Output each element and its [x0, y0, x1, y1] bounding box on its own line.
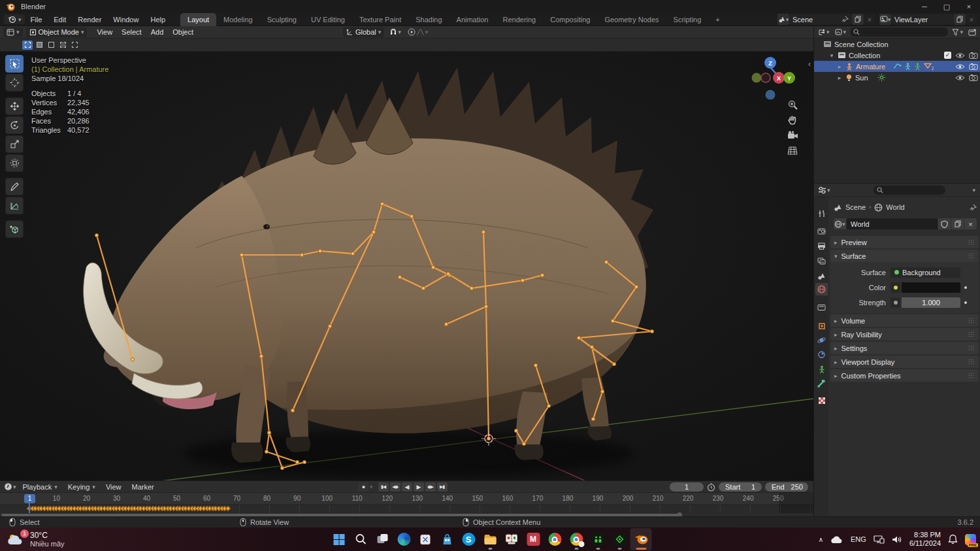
- eye-icon[interactable]: [955, 75, 965, 81]
- app-chrome-profile[interactable]: [566, 528, 587, 550]
- tool-transform[interactable]: [5, 154, 24, 172]
- panel-custom-properties[interactable]: ▸ Custom Properties: [830, 369, 979, 382]
- tool-select-box[interactable]: [5, 55, 24, 73]
- animate-dot-icon[interactable]: [964, 286, 967, 289]
- fake-user-button[interactable]: [938, 218, 951, 229]
- eye-icon[interactable]: [955, 63, 965, 70]
- tab-render[interactable]: [815, 225, 828, 237]
- panel-viewport-display[interactable]: ▸ Viewport Display: [830, 356, 979, 368]
- drag-handle-icon[interactable]: [968, 359, 975, 365]
- tab-uv-editing[interactable]: UV Editing: [304, 13, 352, 26]
- outliner-row-scene-collection[interactable]: Scene Collection: [814, 39, 980, 50]
- outliner-search-input[interactable]: [850, 27, 948, 37]
- tool-add-cube[interactable]: [5, 220, 24, 238]
- viewlayer-browse-button[interactable]: ▾: [879, 14, 891, 25]
- select-mode-intersect[interactable]: [69, 41, 80, 50]
- camera-view-tool[interactable]: [785, 131, 800, 139]
- onedrive-icon[interactable]: [830, 535, 843, 544]
- properties-search-input[interactable]: [874, 186, 945, 195]
- menu-object[interactable]: Object: [168, 28, 198, 36]
- menu-playback[interactable]: Playback▾: [18, 483, 63, 491]
- drag-handle-icon[interactable]: [968, 331, 975, 337]
- properties-editor-type-button[interactable]: ▾: [817, 185, 832, 195]
- strength-slider[interactable]: 1.000: [902, 297, 960, 308]
- surface-shader-dropdown[interactable]: Background: [890, 267, 960, 278]
- keyframe-strip[interactable]: [0, 505, 813, 513]
- app-store[interactable]: [436, 528, 458, 550]
- tab-collection[interactable]: [815, 301, 828, 314]
- scene-unlink-button[interactable]: ×: [864, 14, 875, 25]
- current-frame-indicator[interactable]: 1: [24, 494, 35, 503]
- panel-settings[interactable]: ▸ Settings: [830, 342, 979, 354]
- eye-icon[interactable]: [955, 52, 965, 59]
- tab-object[interactable]: [815, 320, 828, 332]
- outliner-filter-button[interactable]: ▾: [951, 27, 964, 37]
- drag-handle-icon[interactable]: [968, 253, 975, 259]
- jump-to-end-button[interactable]: ▶▮: [437, 482, 448, 492]
- app-green-diamond[interactable]: [609, 528, 630, 550]
- select-mode-box[interactable]: [34, 41, 44, 50]
- app-edge[interactable]: [393, 528, 415, 550]
- jump-to-start-button[interactable]: ▮◀: [378, 482, 389, 492]
- tool-cursor[interactable]: [5, 74, 24, 92]
- taskbar-search-button[interactable]: [350, 528, 372, 550]
- app-file-explorer[interactable]: [480, 528, 501, 550]
- viewlayer-remove-button[interactable]: ×: [966, 14, 977, 25]
- drag-handle-icon[interactable]: [968, 318, 975, 324]
- tab-animation[interactable]: Animation: [449, 13, 496, 26]
- viewlayer-copy-button[interactable]: [954, 14, 966, 25]
- editor-type-button[interactable]: ▾: [3, 27, 23, 37]
- previous-keyframe-button[interactable]: ◀◆: [390, 482, 400, 492]
- menu-window[interactable]: Window: [107, 13, 144, 26]
- expand-icon[interactable]: ▸: [836, 63, 843, 70]
- app-mahjong[interactable]: [501, 528, 523, 550]
- tab-sculpting[interactable]: Sculpting: [260, 13, 304, 26]
- menu-help[interactable]: Help: [144, 13, 171, 26]
- panel-volume[interactable]: ▸ Volume: [830, 314, 979, 327]
- tool-annotate[interactable]: [5, 178, 24, 195]
- play-button[interactable]: ▶: [414, 482, 424, 492]
- tab-texture[interactable]: [815, 394, 828, 407]
- tab-object-data[interactable]: [815, 363, 828, 376]
- menu-marker[interactable]: Marker: [127, 483, 159, 491]
- tool-move[interactable]: [5, 97, 24, 115]
- scene-browse-button[interactable]: ▾: [777, 14, 789, 25]
- auto-key-button[interactable]: ●: [358, 482, 368, 492]
- camera-render-icon[interactable]: [969, 63, 978, 70]
- copy-datablock-button[interactable]: [951, 218, 964, 229]
- outliner-editor-type-button[interactable]: ▾: [817, 27, 831, 37]
- tab-bone[interactable]: [815, 377, 828, 390]
- pin-icon[interactable]: [841, 16, 849, 23]
- tool-rotate[interactable]: [5, 116, 24, 134]
- menu-keying[interactable]: Keying▾: [63, 483, 101, 491]
- proportional-editing-button[interactable]: ▾: [406, 27, 430, 37]
- pin-icon[interactable]: [970, 204, 977, 211]
- app-medibang[interactable]: M: [523, 528, 544, 550]
- new-collection-button[interactable]: [967, 27, 978, 37]
- snap-toggle-button[interactable]: ▾: [388, 27, 402, 37]
- minimize-button[interactable]: ─: [913, 0, 936, 13]
- stopwatch-icon[interactable]: [707, 483, 715, 492]
- tab-layout[interactable]: Layout: [180, 13, 216, 26]
- app-green-people[interactable]: [587, 528, 609, 550]
- zoom-tool[interactable]: [785, 99, 800, 110]
- tab-world[interactable]: [815, 283, 828, 295]
- tab-compositing[interactable]: Compositing: [543, 13, 597, 26]
- outliner-display-mode-button[interactable]: ▾: [834, 27, 848, 37]
- color-socket-button[interactable]: [890, 282, 900, 293]
- app-chrome[interactable]: [544, 528, 566, 550]
- drag-handle-icon[interactable]: [968, 345, 975, 351]
- scene-copy-button[interactable]: [852, 14, 864, 25]
- menu-file[interactable]: File: [25, 13, 48, 26]
- panel-preview[interactable]: ▸ Preview: [830, 236, 979, 248]
- world-browse-button[interactable]: ▾: [834, 218, 846, 229]
- pan-tool[interactable]: [785, 115, 800, 125]
- unlink-world-button[interactable]: ×: [964, 218, 977, 229]
- end-frame-field[interactable]: End250: [765, 482, 808, 492]
- panel-ray-visibility[interactable]: ▸ Ray Visibility: [830, 328, 979, 341]
- viewlayer-name-field[interactable]: ViewLayer: [891, 14, 954, 25]
- animate-dot-icon[interactable]: [964, 301, 967, 304]
- outliner-row-sun[interactable]: ▸ Sun: [814, 72, 980, 83]
- sidebar-collapse-arrow[interactable]: ‹: [808, 59, 811, 69]
- timeline-ruler[interactable]: 1020304050607080901001101201301401501601…: [0, 493, 813, 505]
